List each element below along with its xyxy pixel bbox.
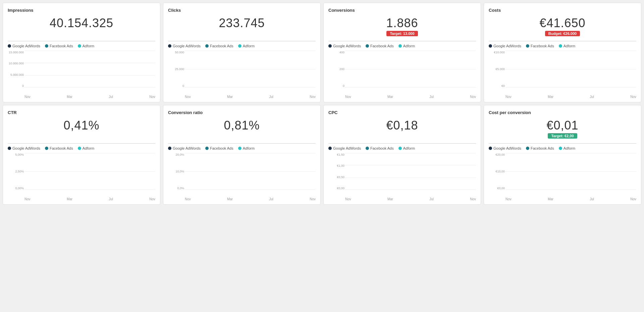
x-label: Mar <box>387 197 393 201</box>
x-label: Nov <box>24 197 31 201</box>
divider <box>8 41 155 41</box>
x-label: Jul <box>109 197 113 201</box>
x-label: Mar <box>387 95 393 99</box>
legend-item-1: Facebook Ads <box>526 146 554 150</box>
card-title-clicks: Clicks <box>168 8 316 13</box>
legend-dot <box>238 44 241 48</box>
legend-label: Facebook Ads <box>531 44 554 48</box>
legend-item-1: Facebook Ads <box>366 146 394 150</box>
x-axis: NovMarJulNov <box>8 197 155 201</box>
bars-container <box>345 153 476 197</box>
bars-container <box>345 51 476 94</box>
x-label: Nov <box>310 95 316 99</box>
bar-chart-cost-per-conversion: €20,00€10,00€0,00 <box>489 153 636 197</box>
legend-dot <box>526 147 529 150</box>
legend-label: Google AdWords <box>333 44 361 48</box>
y-label: 2,50% <box>15 170 24 173</box>
badge-row-cpc <box>328 133 476 140</box>
legend-item-1: Facebook Ads <box>205 146 233 150</box>
x-axis: NovMarJulNov <box>328 95 476 99</box>
card-title-conversions: Conversions <box>328 8 476 13</box>
y-label: 10,0% <box>175 170 184 173</box>
y-label: 0,00% <box>15 187 24 190</box>
legend-item-0: Google AdWords <box>8 146 40 150</box>
card-ctr: CTR0,41%Google AdWordsFacebook AdsAdform… <box>3 105 160 205</box>
x-label: Jul <box>269 95 273 99</box>
x-label: Jul <box>429 197 434 201</box>
legend-dot <box>328 147 332 150</box>
badge-row-impressions <box>8 31 155 38</box>
x-label: Jul <box>429 95 434 99</box>
legend-label: Facebook Ads <box>210 146 233 150</box>
y-label: 400 <box>339 51 344 54</box>
card-title-impressions: Impressions <box>8 8 155 13</box>
card-value-cpc: €0,18 <box>328 118 476 133</box>
y-axis: 4002000 <box>328 51 344 88</box>
legend-label: Google AdWords <box>493 44 521 48</box>
y-label: 15.000.000 <box>9 51 24 54</box>
legend-label: Google AdWords <box>333 146 361 150</box>
legend-dot <box>489 44 492 48</box>
legend-dot <box>8 147 11 150</box>
legend-label: Facebook Ads <box>531 146 554 150</box>
legend-item-2: Adform <box>78 146 94 150</box>
card-title-costs: Costs <box>489 8 636 13</box>
card-value-costs: €41.650 <box>489 16 636 30</box>
x-label: Mar <box>227 95 233 99</box>
divider <box>168 41 316 41</box>
x-label: Jul <box>590 95 594 99</box>
legend-item-1: Facebook Ads <box>45 44 73 48</box>
legend-label: Google AdWords <box>173 146 201 150</box>
x-label: Mar <box>227 197 233 201</box>
legend-label: Google AdWords <box>12 44 40 48</box>
legend-item-2: Adform <box>559 44 575 48</box>
legend-dot <box>489 147 492 150</box>
card-value-conversions: 1.886 <box>328 16 476 30</box>
y-label: €0,00 <box>337 187 344 190</box>
y-label: 20,0% <box>175 153 184 156</box>
legend-label: Google AdWords <box>493 146 521 150</box>
badge-row-ctr <box>8 133 155 140</box>
x-label: Nov <box>630 197 636 201</box>
bar-chart-ctr: 5,00%2,50%0,00% <box>8 153 155 197</box>
card-title-cpc: CPC <box>328 110 476 115</box>
badge-row-conversions: Target: 13.000 <box>328 31 476 38</box>
dashboard: Impressions40.154.325Google AdWordsFaceb… <box>3 3 641 205</box>
legend-dot <box>8 44 11 48</box>
y-axis: €1,50€1,00€0,50€0,00 <box>328 153 344 190</box>
y-label: €20,00 <box>495 153 505 156</box>
legend-label: Adform <box>564 44 575 48</box>
bars-container <box>505 153 636 197</box>
legend-dot <box>205 147 209 150</box>
legend-label: Adform <box>403 44 415 48</box>
x-label: Nov <box>185 197 191 201</box>
legend-item-1: Facebook Ads <box>526 44 554 48</box>
x-label: Nov <box>149 95 155 99</box>
legend-item-0: Google AdWords <box>168 44 201 48</box>
bars-container <box>24 51 155 94</box>
y-label: €5.000 <box>495 67 505 71</box>
badge-row-clicks <box>168 31 316 38</box>
legend-item-1: Facebook Ads <box>366 44 394 48</box>
chart-area-ctr: 5,00%2,50%0,00%NovMarJulNov <box>8 153 155 201</box>
legend-conversion-ratio: Google AdWordsFacebook AdsAdform <box>168 146 316 150</box>
legend-dot <box>45 147 48 150</box>
x-label: Mar <box>67 95 72 99</box>
y-label: €0,50 <box>337 175 344 179</box>
y-label: 0 <box>182 84 184 88</box>
card-title-cost-per-conversion: Cost per conversion <box>489 110 636 115</box>
y-label: 50.000 <box>175 51 184 54</box>
divider <box>489 41 636 41</box>
legend-dot <box>205 44 209 48</box>
card-title-ctr: CTR <box>8 110 155 115</box>
legend-label: Google AdWords <box>173 44 201 48</box>
legend-label: Adform <box>243 44 255 48</box>
y-axis: €10.000€5.000€0 <box>489 51 505 88</box>
card-value-ctr: 0,41% <box>8 118 155 133</box>
x-axis: NovMarJulNov <box>489 95 636 99</box>
legend-dot <box>78 44 81 48</box>
legend-label: Adform <box>83 44 94 48</box>
y-label: 0,0% <box>177 187 184 190</box>
card-cpc: CPC€0,18Google AdWordsFacebook AdsAdform… <box>323 105 481 205</box>
x-axis: NovMarJulNov <box>489 197 636 201</box>
